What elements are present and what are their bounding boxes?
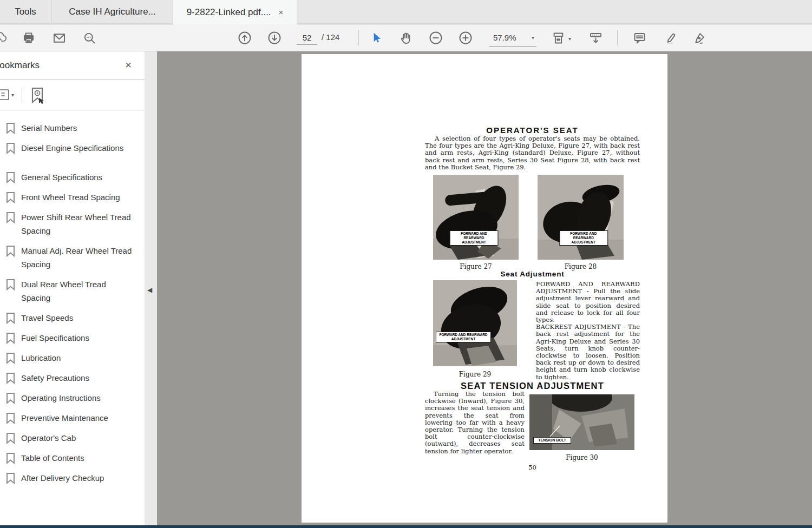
tab-active-label: 9-2822-Linked pdf.... — [187, 7, 271, 18]
bookmark-item-fuel-specifications[interactable]: Fuel Specifications — [5, 328, 145, 348]
previous-page-icon[interactable] — [237, 29, 253, 47]
page-number-input[interactable] — [297, 31, 317, 45]
main-toolbar: / 124 57.9% ▾ ▾ — [0, 24, 812, 51]
hand-tool-icon[interactable] — [398, 29, 414, 47]
bookmark-icon — [5, 452, 16, 464]
bookmark-item-dual-rear-wheel[interactable]: Dual Rear Wheel Tread Spacing — [5, 274, 145, 308]
bookmark-icon — [5, 332, 16, 344]
page-scrolling-icon[interactable] — [587, 29, 604, 47]
bookmarks-list: Serial Numbers Diesel Engine Specificati… — [0, 110, 145, 488]
bookmark-icon — [5, 352, 16, 364]
figure-29-callout: FORWARD AND REARWARD ADJUSTMENT — [436, 332, 490, 342]
toolbar-divider — [617, 30, 618, 45]
comment-icon[interactable] — [631, 29, 647, 47]
doc-heading-seat-adjustment: Seat Adjustment — [425, 270, 640, 278]
figure-30-photo: TENSION BOLT — [529, 394, 634, 450]
bookmarks-title: Bookmarks — [0, 60, 40, 71]
bookmarks-toolbar-divider — [22, 87, 22, 103]
forward-rearward-adjustment-text: FORWARD AND REARWARD ADJUSTMENT - Pull t… — [536, 281, 640, 324]
figure-27-callout: FORWARD AND REARWARD ADJUSTMENT — [450, 231, 497, 245]
figure-28-photo: FORWARD AND REARWARD ADJUSTMENT — [538, 175, 624, 260]
bookmark-icon — [5, 432, 16, 444]
bookmark-icon — [5, 142, 16, 154]
bookmark-item-preventive-maintenance[interactable]: Preventive Maintenance — [5, 408, 145, 428]
zoom-caret-icon[interactable]: ▾ — [532, 35, 534, 41]
tab-tools-label: Tools — [15, 6, 36, 17]
bookmark-item-lubrication[interactable]: Lubrication — [5, 348, 145, 368]
bookmark-item-front-wheel-tread[interactable]: Front Wheel Tread Spacing — [5, 187, 145, 207]
bookmark-options-caret-icon[interactable]: ▾ — [11, 92, 14, 98]
bookmarks-panel: Bookmarks × ▾ Serial Numbers Diesel Engi… — [0, 51, 145, 525]
bookmark-icon — [5, 372, 16, 384]
seat-photo-art — [433, 175, 519, 260]
bookmark-item-operating-instructions[interactable]: Operating Instructions — [5, 388, 145, 408]
bookmark-item-general-specs[interactable]: General Specifications — [5, 167, 145, 187]
pdf-page: OPERATOR'S SEAT A selection of four type… — [302, 54, 667, 523]
print-icon[interactable] — [21, 29, 37, 47]
bookmark-icon — [5, 412, 16, 424]
bookmark-item-operators-cab[interactable]: Operator's Cab — [5, 428, 145, 448]
figure-27-caption: Figure 27 — [433, 263, 519, 270]
figure-30-caption: Figure 30 — [529, 454, 634, 461]
toolbar-divider — [358, 30, 359, 45]
bookmarks-header: Bookmarks × — [0, 51, 145, 80]
figure-29-photo: FORWARD AND REARWARD ADJUSTMENT — [433, 280, 517, 366]
bookmark-item-travel-speeds[interactable]: Travel Speeds — [5, 308, 145, 328]
seat-tension-text: Turning the tension bolt clockwise (Inwa… — [425, 391, 525, 455]
figure-28-caption: Figure 28 — [538, 263, 624, 270]
bookmark-icon — [5, 392, 16, 404]
next-page-icon[interactable] — [266, 29, 283, 47]
panel-collapse-strip[interactable]: ◀ — [145, 51, 157, 525]
highlight-icon[interactable] — [662, 29, 678, 47]
zoom-level-control[interactable]: 57.9% ▾ — [489, 29, 536, 47]
bookmarks-toolbar: ▾ — [0, 80, 145, 110]
taskbar-edge — [0, 525, 812, 528]
tab-bar: Tools Case IH Agriculture... 9-2822-Link… — [0, 0, 812, 24]
bookmark-item-after-delivery-checkup[interactable]: After Delivery Checkup — [5, 468, 145, 488]
bookmark-item-safety-precautions[interactable]: Safety Precautions — [5, 368, 145, 388]
figure-30-callout: TENSION BOLT — [534, 438, 571, 443]
bookmark-icon — [5, 472, 16, 484]
figure-27-photo: FORWARD AND REARWARD ADJUSTMENT — [433, 175, 519, 260]
fit-width-icon[interactable] — [550, 29, 566, 47]
seat-photo-art — [433, 280, 517, 366]
fill-sign-icon[interactable] — [691, 29, 707, 47]
page-count-label: / 124 — [322, 32, 339, 42]
cloud-save-icon-partial[interactable] — [0, 29, 8, 47]
backrest-adjustment-text: BACKREST ADJUSTMENT - The back rest adju… — [536, 324, 640, 381]
bookmark-item-table-of-contents[interactable]: Table of Contents — [5, 448, 145, 468]
email-icon[interactable] — [51, 29, 67, 47]
tab-case-ih-document[interactable]: Case IH Agriculture... — [52, 0, 173, 24]
expand-current-bookmark-icon[interactable] — [29, 86, 46, 108]
search-icon[interactable] — [81, 29, 97, 47]
zoom-level-value: 57.9% — [493, 33, 516, 42]
bookmark-icon — [5, 171, 16, 183]
bookmark-icon — [5, 279, 16, 291]
zoom-out-icon[interactable] — [428, 29, 444, 47]
figure-28-callout: FORWARD AND REARWARD ADJUSTMENT — [560, 231, 607, 245]
collapse-panel-icon[interactable]: ◀ — [147, 286, 152, 294]
document-canvas[interactable]: OPERATOR'S SEAT A selection of four type… — [157, 51, 812, 525]
tab-case-ih-label: Case IH Agriculture... — [69, 6, 156, 17]
bookmark-icon — [5, 192, 16, 203]
seat-photo-art — [538, 175, 624, 260]
tab-tools[interactable]: Tools — [0, 0, 51, 24]
bookmarks-close-icon[interactable]: × — [125, 59, 132, 71]
bookmark-icon — [5, 122, 16, 134]
tab-close-icon[interactable]: × — [279, 8, 284, 17]
bookmark-item-serial-numbers[interactable]: Serial Numbers — [5, 118, 145, 138]
bookmark-item-power-shift-rear-wheel[interactable]: Power Shift Rear Wheel Tread Spacing — [5, 207, 145, 241]
fit-width-caret-icon[interactable]: ▾ — [568, 36, 571, 42]
bookmark-icon — [5, 312, 16, 324]
figure-29-caption: Figure 29 — [433, 371, 517, 378]
zoom-in-icon[interactable] — [457, 29, 474, 47]
select-tool-icon[interactable] — [368, 29, 384, 47]
bookmark-item-manual-adj-rear-wheel[interactable]: Manual Adj. Rear Wheel Tread Spacing — [5, 241, 145, 274]
tab-active-document[interactable]: 9-2822-Linked pdf.... × — [173, 0, 297, 24]
bookmark-icon — [5, 245, 16, 257]
bookmark-item-diesel-engine-specs[interactable]: Diesel Engine Specifications — [5, 138, 145, 158]
page-number: 50 — [425, 464, 640, 471]
doc-heading-operators-seat: OPERATOR'S SEAT — [425, 126, 640, 135]
bookmark-icon — [5, 212, 16, 223]
doc-intro-paragraph: A selection of four types of operator's … — [425, 135, 640, 171]
